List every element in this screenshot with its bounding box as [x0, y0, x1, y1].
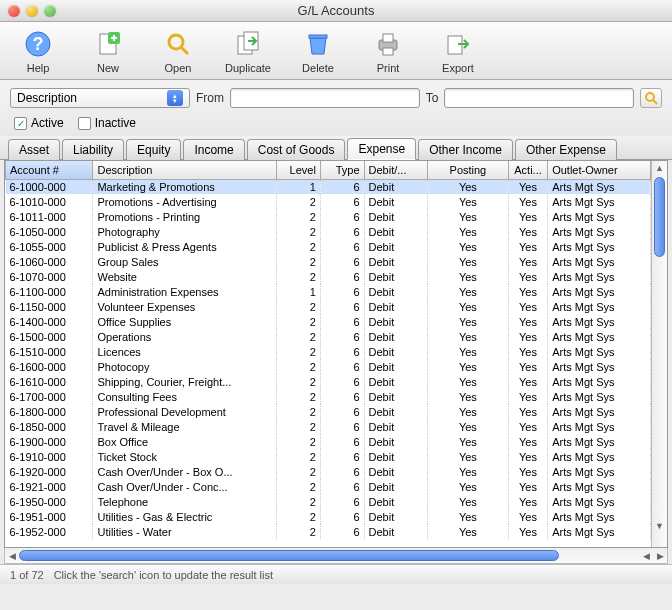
to-input[interactable] — [444, 88, 634, 108]
scroll-left-icon[interactable]: ◀ — [5, 548, 19, 563]
minimize-icon[interactable] — [26, 5, 38, 17]
table-row[interactable]: 6-1600-000Photocopy26DebitYesYesArts Mgt… — [6, 359, 651, 374]
cell: Yes — [427, 434, 508, 449]
status-hint: Click the 'search' icon to update the re… — [54, 569, 273, 581]
tab-equity[interactable]: Equity — [126, 139, 181, 160]
table-row[interactable]: 6-1920-000Cash Over/Under - Box O...26De… — [6, 464, 651, 479]
column-header[interactable]: Acti... — [508, 161, 547, 179]
cell: Yes — [508, 269, 547, 284]
cell: Arts Mgt Sys — [548, 479, 651, 494]
export-button[interactable]: Export — [430, 28, 486, 74]
tab-income[interactable]: Income — [183, 139, 244, 160]
table-row[interactable]: 6-1951-000Utilities - Gas & Electric26De… — [6, 509, 651, 524]
table-row[interactable]: 6-1610-000Shipping, Courier, Freight...2… — [6, 374, 651, 389]
table-row[interactable]: 6-1800-000Professional Development26Debi… — [6, 404, 651, 419]
print-button[interactable]: Print — [360, 28, 416, 74]
cell: Yes — [508, 344, 547, 359]
horizontal-scrollbar[interactable]: ◀ ◀ ▶ — [4, 548, 668, 564]
table-row[interactable]: 6-1900-000Box Office26DebitYesYesArts Mg… — [6, 434, 651, 449]
table-row[interactable]: 6-1070-000Website26DebitYesYesArts Mgt S… — [6, 269, 651, 284]
cell: Arts Mgt Sys — [548, 344, 651, 359]
cell: Yes — [508, 179, 547, 194]
svg-rect-8 — [309, 35, 327, 38]
table-row[interactable]: 6-1921-000Cash Over/Under - Conc...26Deb… — [6, 479, 651, 494]
from-input[interactable] — [230, 88, 420, 108]
table-row[interactable]: 6-1850-000Travel & Mileage26DebitYesYesA… — [6, 419, 651, 434]
table-row[interactable]: 6-1910-000Ticket Stock26DebitYesYesArts … — [6, 449, 651, 464]
table-row[interactable]: 6-1700-000Consulting Fees26DebitYesYesAr… — [6, 389, 651, 404]
cell: Arts Mgt Sys — [548, 359, 651, 374]
duplicate-button[interactable]: Duplicate — [220, 28, 276, 74]
cell: 6 — [320, 329, 364, 344]
new-label: New — [97, 62, 119, 74]
cell: Travel & Mileage — [93, 419, 277, 434]
vertical-scrollbar[interactable]: ▲ ▼ — [651, 161, 667, 547]
table-row[interactable]: 6-1500-000Operations26DebitYesYesArts Mg… — [6, 329, 651, 344]
scroll-thumb[interactable] — [19, 550, 559, 561]
inactive-checkbox[interactable]: Inactive — [78, 116, 136, 130]
new-icon — [92, 28, 124, 60]
table-row[interactable]: 6-1060-000Group Sales26DebitYesYesArts M… — [6, 254, 651, 269]
zoom-icon[interactable] — [44, 5, 56, 17]
cell: Debit — [364, 179, 427, 194]
scroll-down-icon[interactable]: ▼ — [652, 519, 667, 533]
column-header[interactable]: Debit/... — [364, 161, 427, 179]
cell: Debit — [364, 509, 427, 524]
tab-asset[interactable]: Asset — [8, 139, 60, 160]
column-header[interactable]: Outlet-Owner — [548, 161, 651, 179]
table-row[interactable]: 6-1150-000Volunteer Expenses26DebitYesYe… — [6, 299, 651, 314]
column-header[interactable]: Description — [93, 161, 277, 179]
svg-point-4 — [169, 35, 183, 49]
print-label: Print — [377, 62, 400, 74]
table-row[interactable]: 6-1510-000Licences26DebitYesYesArts Mgt … — [6, 344, 651, 359]
cell: Yes — [508, 359, 547, 374]
tab-other-expense[interactable]: Other Expense — [515, 139, 617, 160]
cell: 6 — [320, 209, 364, 224]
cell: Yes — [508, 389, 547, 404]
close-icon[interactable] — [8, 5, 20, 17]
scroll-thumb[interactable] — [654, 177, 665, 257]
column-header[interactable]: Level — [277, 161, 321, 179]
search-button[interactable] — [640, 88, 662, 108]
filter-bar: Description ▴▾ From To ✓ Active Inactive — [0, 80, 672, 136]
cell: Yes — [508, 239, 547, 254]
help-button[interactable]: ? Help — [10, 28, 66, 74]
cell: 6 — [320, 299, 364, 314]
tab-liability[interactable]: Liability — [62, 139, 124, 160]
table-row[interactable]: 6-1000-000Marketing & Promotions16DebitY… — [6, 179, 651, 194]
scroll-right-icon[interactable]: ▶ — [653, 548, 667, 563]
cell: 6 — [320, 224, 364, 239]
table-row[interactable]: 6-1011-000Promotions - Printing26DebitYe… — [6, 209, 651, 224]
cell: Yes — [508, 524, 547, 539]
cell: Yes — [508, 404, 547, 419]
cell: 6-1700-000 — [6, 389, 93, 404]
cell: Volunteer Expenses — [93, 299, 277, 314]
table-row[interactable]: 6-1010-000Promotions - Advertising26Debi… — [6, 194, 651, 209]
active-checkbox[interactable]: ✓ Active — [14, 116, 64, 130]
cell: 6-1100-000 — [6, 284, 93, 299]
scroll-up-icon[interactable]: ▲ — [652, 161, 667, 175]
open-button[interactable]: Open — [150, 28, 206, 74]
table-row[interactable]: 6-1952-000Utilities - Water26DebitYesYes… — [6, 524, 651, 539]
tab-expense[interactable]: Expense — [347, 138, 416, 160]
tab-other-income[interactable]: Other Income — [418, 139, 513, 160]
table-row[interactable]: 6-1950-000Telephone26DebitYesYesArts Mgt… — [6, 494, 651, 509]
delete-button[interactable]: Delete — [290, 28, 346, 74]
table-row[interactable]: 6-1055-000Publicist & Press Agents26Debi… — [6, 239, 651, 254]
table-row[interactable]: 6-1100-000Administration Expenses16Debit… — [6, 284, 651, 299]
column-header[interactable]: Type — [320, 161, 364, 179]
tab-cost-of-goods[interactable]: Cost of Goods — [247, 139, 346, 160]
cell: 6-1060-000 — [6, 254, 93, 269]
scroll-left-icon[interactable]: ◀ — [639, 548, 653, 563]
table-row[interactable]: 6-1400-000Office Supplies26DebitYesYesAr… — [6, 314, 651, 329]
cell: 2 — [277, 464, 321, 479]
cell: Arts Mgt Sys — [548, 329, 651, 344]
new-button[interactable]: New — [80, 28, 136, 74]
field-select[interactable]: Description ▴▾ — [10, 88, 190, 108]
cell: 6-1510-000 — [6, 344, 93, 359]
table-row[interactable]: 6-1050-000Photography26DebitYesYesArts M… — [6, 224, 651, 239]
column-header[interactable]: Account # — [6, 161, 93, 179]
cell: Debit — [364, 524, 427, 539]
column-header[interactable]: Posting — [427, 161, 508, 179]
cell: 2 — [277, 494, 321, 509]
